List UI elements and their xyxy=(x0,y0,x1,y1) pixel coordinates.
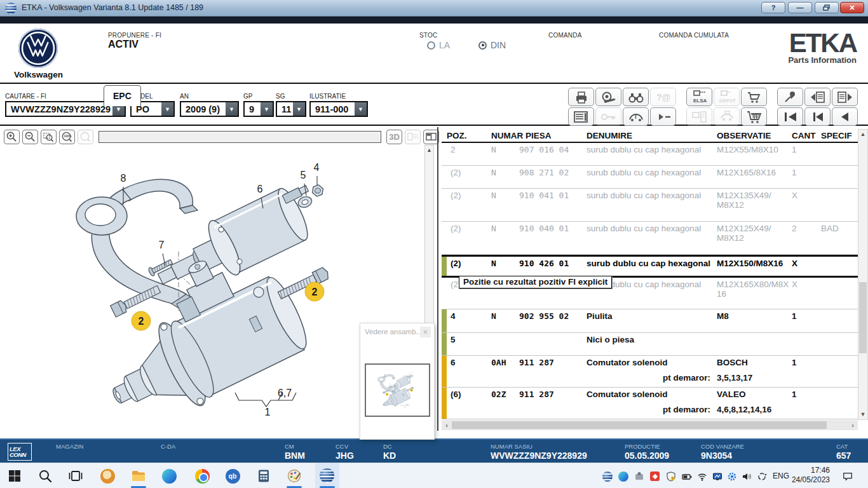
go-first-icon xyxy=(781,109,800,125)
scroll-thumb[interactable] xyxy=(859,282,867,353)
cart-small-button[interactable] xyxy=(741,88,767,106)
diagram-highlight-2[interactable]: 2 xyxy=(312,287,318,297)
help-button[interactable]: ? xyxy=(761,2,785,13)
close-button[interactable]: ✕ xyxy=(840,2,864,13)
cell-poz: (2) xyxy=(442,259,486,268)
tire-service-button[interactable] xyxy=(595,88,621,106)
cell-numar-piesa: N910 041 01 xyxy=(486,191,581,200)
qbittorrent-button[interactable]: qb xyxy=(224,468,241,484)
title-bar[interactable]: ETKA - Volkswagen Varianta 8.1 Update 14… xyxy=(0,0,868,17)
edge-tray-button[interactable] xyxy=(618,471,628,482)
table-row[interactable]: 60AH911 287Comutator solenoidBOSCH1pt de… xyxy=(442,356,858,388)
file-explorer-icon xyxy=(131,468,146,484)
scroll-down-icon[interactable]: ▼ xyxy=(858,410,867,419)
diagram-callout-6[interactable]: 6 xyxy=(257,184,263,194)
tire-service-icon xyxy=(599,90,618,105)
volume-icon xyxy=(742,471,752,482)
scroll-up-icon[interactable]: ▲ xyxy=(425,146,433,154)
go-prev-button[interactable] xyxy=(804,107,831,126)
device-tray-button[interactable] xyxy=(634,471,644,482)
task-view-button[interactable] xyxy=(67,468,84,484)
start-button[interactable] xyxy=(6,468,23,484)
vedere-ansamblu-panel[interactable]: Vedere ansamb... ✕ xyxy=(360,323,435,440)
status-label: CM xyxy=(285,443,305,450)
zoom-out-button[interactable] xyxy=(22,130,38,144)
minimize-button[interactable]: — xyxy=(788,2,812,13)
radio-icon[interactable] xyxy=(427,41,435,50)
tab-epc[interactable]: EPC xyxy=(104,85,141,106)
page-prev-button[interactable] xyxy=(804,88,831,106)
zoom-in-button[interactable] xyxy=(4,130,20,144)
binoculars-icon xyxy=(627,90,646,105)
elsa-button[interactable]: ELSA xyxy=(686,88,712,106)
etka-tray-button[interactable] xyxy=(602,471,613,482)
play-minus-button[interactable] xyxy=(650,107,676,126)
table-row[interactable]: (6)02Z911 287Comutator solenoidVALEO1pt … xyxy=(442,388,858,419)
cart-large-button[interactable] xyxy=(741,107,767,126)
mascot-app-button[interactable] xyxy=(99,468,116,484)
diagram-highlight-2[interactable]: 2 xyxy=(139,316,144,327)
binoculars-button[interactable] xyxy=(623,88,649,106)
diagram-callout-8[interactable]: 8 xyxy=(121,173,126,184)
scroll-up-icon[interactable]: ▲ xyxy=(858,130,867,139)
file-explorer-button[interactable] xyxy=(130,468,147,484)
settings-tray-button[interactable] xyxy=(726,471,737,482)
3d-button[interactable]: 3D xyxy=(386,130,402,144)
table-row[interactable]: (2)N908 271 02surub dublu cu cap hexagon… xyxy=(442,166,858,189)
notification-button[interactable] xyxy=(842,470,853,481)
security-tray-button[interactable]: ! xyxy=(665,471,676,482)
close-icon[interactable]: ✕ xyxy=(420,327,431,337)
battery-tray-button[interactable] xyxy=(681,471,692,482)
table-row[interactable]: (2)N910 041 01surub dublu cu cap hexagon… xyxy=(442,189,858,222)
zoom-out-icon xyxy=(24,131,36,143)
etka-window-icon xyxy=(5,3,17,14)
table-row[interactable]: (2)N910 426 01surub dublu cu cap hexagon… xyxy=(442,255,858,278)
scroll-thumb[interactable] xyxy=(452,421,827,429)
diagram-callout-5[interactable]: 5 xyxy=(301,170,306,180)
table-row[interactable]: 4N902 955 02PiulitaM81 xyxy=(442,309,858,333)
red-app-tray-button[interactable] xyxy=(649,471,660,482)
restore-button[interactable] xyxy=(815,2,839,13)
diagram-callout-7[interactable]: 7 xyxy=(159,240,165,250)
table-horizontal-scrollbar[interactable]: ‹ › xyxy=(442,420,858,430)
volume-tray-button[interactable] xyxy=(741,471,752,482)
wifi-tray-button[interactable] xyxy=(696,471,707,482)
taskbar-search-button[interactable] xyxy=(37,468,53,484)
zoom-area-button[interactable] xyxy=(41,130,57,144)
table-row[interactable]: 2N907 016 04surub dublu cu cap hexagonal… xyxy=(442,143,858,166)
list-button[interactable] xyxy=(568,107,594,126)
scroll-left-icon[interactable]: ‹ xyxy=(442,421,452,429)
stoc-radio-din[interactable]: DIN xyxy=(478,40,506,50)
status-label: C-DA xyxy=(161,443,175,450)
print-button[interactable] xyxy=(568,88,594,106)
edge-button[interactable] xyxy=(161,468,177,484)
radio-selected-icon[interactable] xyxy=(478,41,487,50)
pin-button[interactable] xyxy=(777,88,803,106)
clock[interactable]: 17:46 24/05/2023 xyxy=(792,466,830,485)
stoc-radio-la[interactable]: LA xyxy=(427,40,450,50)
cast-tray-button[interactable] xyxy=(756,471,767,482)
zoom-100-button[interactable]: 100% xyxy=(59,130,75,144)
car-info-button[interactable]: i xyxy=(623,107,649,126)
cart-large-icon xyxy=(745,109,764,125)
assembly-thumbnail[interactable] xyxy=(365,363,430,417)
display-tray-button[interactable] xyxy=(712,471,722,482)
diagram-callout-4[interactable]: 4 xyxy=(314,162,320,173)
go-back-button[interactable] xyxy=(832,107,858,126)
page-next-button[interactable] xyxy=(832,88,858,106)
table-row[interactable]: (2)N910 040 01surub dublu cu cap hexagon… xyxy=(442,222,858,255)
table-vertical-scrollbar[interactable]: ▲ ▼ xyxy=(858,129,868,420)
table-row[interactable]: 5Nici o piesa xyxy=(442,333,858,356)
etka-app-tile[interactable] xyxy=(315,463,339,488)
diagram-callout-1[interactable]: 1 xyxy=(265,407,271,417)
go-first-button[interactable] xyxy=(777,107,803,126)
scroll-right-icon[interactable]: › xyxy=(848,421,858,429)
cell-cant: 1 xyxy=(787,390,816,399)
chrome-button[interactable] xyxy=(194,468,210,484)
language-indicator[interactable]: ENG xyxy=(773,471,789,480)
diagram-callout-6,7[interactable]: 6,7 xyxy=(278,388,292,398)
calculator-button[interactable] xyxy=(255,468,272,484)
paint-button[interactable] xyxy=(286,468,302,484)
grid-button[interactable] xyxy=(405,130,421,144)
row-marker-olive xyxy=(442,257,447,276)
